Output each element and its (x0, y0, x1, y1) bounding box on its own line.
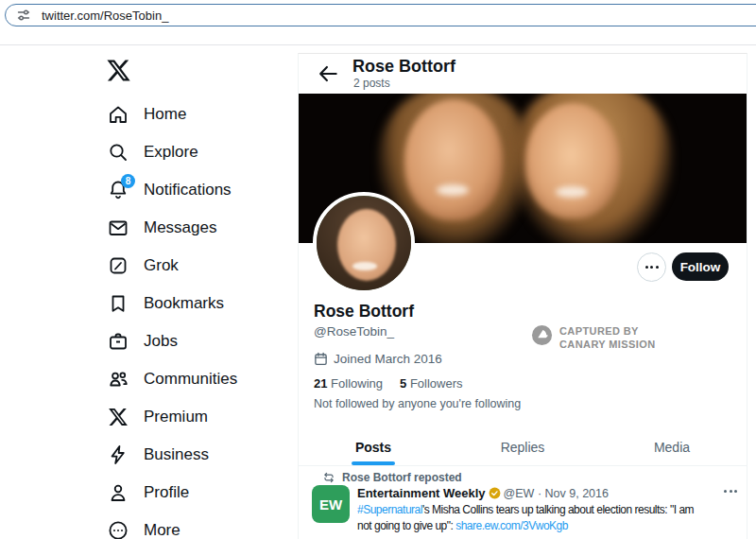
canary-mission-watermark: CAPTURED BYCANARY MISSION (531, 324, 656, 351)
sidebar-item-jobs[interactable]: Jobs (99, 322, 298, 360)
site-settings-icon[interactable] (16, 8, 31, 23)
person-icon (107, 481, 129, 504)
sidebar-item-messages[interactable]: Messages (99, 209, 298, 247)
sidebar-item-label: Jobs (144, 332, 178, 351)
banner-art (556, 186, 588, 198)
tab-media[interactable]: Media (597, 428, 747, 465)
people-icon (107, 368, 129, 391)
tweet-author-name[interactable]: Entertainment Weekly (357, 486, 486, 500)
sidebar-item-grok[interactable]: Grok (99, 247, 298, 285)
sidebar-item-notifications[interactable]: 8 Notifications (99, 171, 298, 209)
sidebar-item-more[interactable]: More (99, 512, 298, 539)
back-arrow-icon[interactable] (316, 61, 340, 86)
sidebar-item-label: Communities (144, 370, 237, 389)
envelope-icon (107, 217, 129, 239)
sidebar-nav: Home Explore 8 Notifications Messages (99, 96, 298, 539)
tab-posts[interactable]: Posts (299, 428, 448, 465)
x-logo-icon[interactable] (106, 58, 131, 83)
twitter-page: Home Explore 8 Notifications Messages (0, 45, 756, 539)
sidebar-item-label: Business (144, 445, 209, 464)
sidebar-item-profile[interactable]: Profile (99, 474, 298, 512)
avatar-art (352, 262, 377, 270)
page-title: Rose Bottorf (352, 57, 455, 77)
profile-more-button[interactable] (637, 252, 666, 282)
sidebar-item-premium[interactable]: Premium (99, 398, 298, 436)
bell-icon: 8 (107, 179, 129, 201)
profile-tabs: Posts Replies Media (299, 428, 747, 466)
gold-verified-icon (489, 487, 501, 499)
profile-avatar[interactable] (313, 192, 415, 294)
follow-note: Not followed by anyone you're following (314, 397, 521, 410)
banner-art (525, 103, 620, 218)
tweet-author-avatar[interactable]: EW (312, 485, 350, 523)
grok-icon (107, 254, 129, 277)
sidebar-item-label: Explore (144, 143, 198, 162)
retweet-icon (322, 471, 335, 484)
tweet-url-link[interactable]: share.ew.com/3VwoKgb (455, 519, 568, 532)
browser-toolbar: twitter.com/RoseTobin_ (0, 0, 756, 45)
sidebar-item-label: Premium (144, 408, 208, 426)
sidebar-item-bookmarks[interactable]: Bookmarks (99, 285, 298, 322)
hashtag-link[interactable]: #Supernatural (357, 503, 422, 516)
sidebar-item-explore[interactable]: Explore (99, 133, 298, 171)
tab-replies[interactable]: Replies (448, 428, 597, 465)
x-premium-icon (107, 406, 129, 428)
profile-column: Rose Bottorf 2 posts Follow Rose Bottorf… (298, 53, 747, 539)
sidebar-item-label: Notifications (144, 181, 232, 200)
calendar-icon (314, 352, 328, 366)
follow-stats: 21 Following 5 Followers (314, 376, 463, 391)
sidebar-item-label: More (144, 521, 180, 539)
sidebar-item-label: Profile (144, 483, 189, 502)
following-link[interactable]: 21 Following (314, 376, 383, 391)
watermark-text: CAPTURED BYCANARY MISSION (559, 324, 656, 351)
sidebar-item-label: Messages (144, 218, 216, 237)
repost-note: Rose Bottorf reposted (322, 471, 462, 484)
follow-button[interactable]: Follow (672, 252, 729, 281)
bolt-icon (107, 443, 129, 466)
search-icon (107, 141, 129, 164)
followers-link[interactable]: 5 Followers (400, 376, 462, 391)
profile-handle: @RoseTobin_ (314, 324, 394, 339)
notifications-badge: 8 (121, 174, 135, 188)
tweet-meta: @EW · Nov 9, 2016 (504, 487, 609, 500)
sidebar-item-label: Home (144, 105, 186, 124)
home-icon (107, 103, 129, 126)
more-circle-icon (107, 519, 129, 539)
url-text: twitter.com/RoseTobin_ (42, 9, 168, 23)
profile-header-bar: Rose Bottorf 2 posts (299, 54, 747, 94)
sidebar-item-home[interactable]: Home (99, 96, 298, 133)
banner-art (404, 99, 503, 220)
bookmark-icon (107, 292, 129, 315)
tweet-more-icon[interactable] (720, 486, 741, 496)
address-bar[interactable]: twitter.com/RoseTobin_ (5, 4, 756, 26)
banner-art (437, 184, 469, 196)
sidebar-item-label: Grok (144, 256, 179, 275)
sidebar-item-communities[interactable]: Communities (99, 360, 298, 398)
briefcase-icon (107, 330, 129, 353)
tweet-body: #Supernatural's Misha Collins tears up t… (357, 502, 745, 534)
sidebar-item-label: Bookmarks (144, 294, 224, 313)
sidebar-item-business[interactable]: Business (99, 436, 298, 474)
post-count: 2 posts (353, 77, 390, 90)
canary-logo-icon (531, 324, 553, 346)
tweet-author-row: Entertainment Weekly @EW · Nov 9, 2016 (357, 486, 716, 500)
tweet[interactable]: Rose Bottorf reposted EW Entertainment W… (299, 467, 747, 539)
profile-name: Rose Bottorf (314, 302, 414, 322)
joined-date: Joined March 2016 (314, 352, 442, 366)
